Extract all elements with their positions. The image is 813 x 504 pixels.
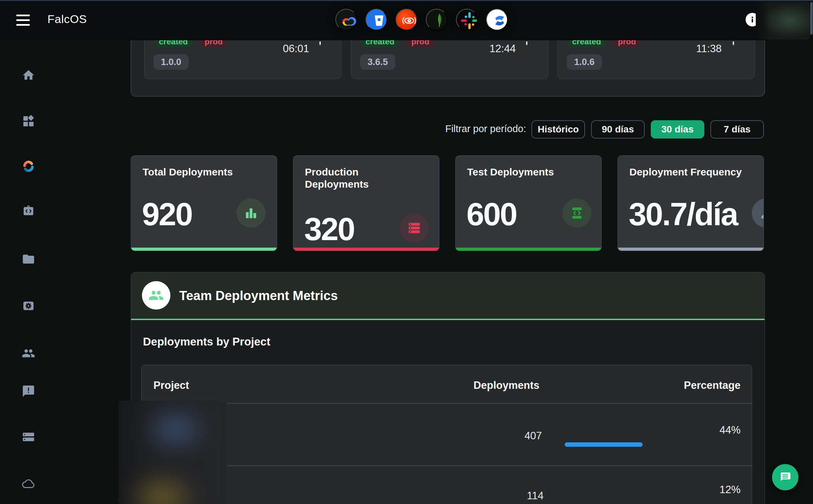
blurred-project-names — [119, 401, 227, 504]
clipped-icon-remnant — [733, 41, 734, 45]
stat-title: Production Deployments — [305, 166, 390, 190]
stat-card-total-deployments: Total Deployments 920 — [131, 155, 277, 251]
scrollbar-thumb[interactable] — [810, 2, 813, 35]
table-row[interactable] — [142, 404, 752, 465]
code-deploy-icon — [562, 198, 591, 228]
bar-chart-icon — [236, 198, 266, 228]
settings-box-icon — [22, 299, 35, 313]
falco-icon[interactable] — [396, 9, 417, 30]
stat-card-test-deployments: Test Deployments 600 — [455, 155, 602, 251]
person-icon — [752, 198, 764, 228]
stat-value: 30.7/día — [629, 198, 737, 230]
menu-button[interactable] — [16, 15, 30, 26]
falcos-dashboard: created prod 06:01 1.0.0 created prod 12… — [0, 0, 813, 504]
home-icon — [22, 68, 35, 82]
filter-button-30-dias[interactable]: 30 días — [651, 120, 704, 139]
widgets-icon — [22, 114, 35, 128]
google-cloud-icon[interactable] — [335, 9, 357, 30]
storage-icon — [22, 430, 35, 444]
confluence-icon[interactable] — [486, 9, 508, 30]
stat-accent-bar — [618, 248, 764, 251]
stat-value: 600 — [466, 198, 517, 230]
filter-button-90-dias[interactable]: 90 días — [591, 120, 645, 139]
column-header-project: Project — [153, 379, 189, 392]
code-box-icon — [22, 204, 35, 217]
filter-button-historico[interactable]: Histórico — [531, 120, 585, 139]
percentage-value: 12% — [720, 484, 741, 496]
deployment-time: 12:44 — [489, 43, 516, 55]
version-chip: 3.6.5 — [360, 54, 395, 70]
window-top-edge — [0, 0, 813, 1]
user-avatar-blurred[interactable] — [756, 2, 810, 40]
stat-title: Deployment Frequency — [629, 166, 742, 178]
stat-accent-bar — [293, 248, 439, 251]
feedback-icon — [22, 384, 35, 398]
sidebar-item-infrastructure[interactable] — [22, 430, 35, 444]
sidebar-item-cloud[interactable] — [22, 477, 35, 490]
folder-icon — [22, 252, 35, 266]
server-rack-icon — [400, 213, 429, 243]
stat-accent-bar — [456, 248, 601, 251]
stat-accent-bar — [131, 248, 277, 251]
stat-value: 920 — [142, 198, 192, 230]
clipped-icon-remnant — [319, 41, 321, 45]
version-chip: 1.0.6 — [567, 54, 602, 70]
deployments-progress-bar — [565, 442, 643, 447]
chat-bubble-icon — [778, 470, 792, 485]
stat-value: 320 — [304, 213, 354, 245]
team-metrics-header: Team Deployment Metrics — [131, 272, 765, 320]
version-chip: 1.0.0 — [153, 54, 189, 70]
cloud-icon — [22, 477, 35, 490]
period-filter-label: Filtrar por período: — [431, 123, 526, 134]
column-header-deployments: Deployments — [474, 379, 540, 392]
scrollbar[interactable] — [810, 0, 813, 504]
sidebar-item-teams[interactable] — [22, 346, 35, 360]
sidebar-item-releases[interactable] — [22, 204, 35, 217]
sidebar-item-feedback[interactable] — [22, 384, 35, 398]
slack-icon[interactable] — [456, 9, 478, 30]
deployments-count: 114 — [527, 490, 543, 502]
deployments-count: 407 — [524, 430, 542, 442]
stat-title: Test Deployments — [467, 166, 554, 178]
percentage-value: 44% — [720, 424, 741, 436]
chat-fab-button[interactable] — [772, 464, 798, 490]
mongodb-icon[interactable] — [426, 9, 447, 30]
stat-title: Total Deployments — [143, 166, 233, 178]
filter-button-7-dias[interactable]: 7 días — [710, 120, 764, 139]
team-icon — [142, 281, 170, 310]
sidebar-item-settings[interactable] — [22, 299, 35, 313]
table-row[interactable] — [142, 466, 752, 504]
deployments-by-project-title: Deployments by Project — [143, 335, 270, 348]
stat-card-deployment-frequency: Deployment Frequency 30.7/día — [618, 155, 764, 251]
column-header-percentage: Percentage — [684, 379, 741, 392]
people-icon — [22, 346, 35, 360]
clipped-icon-remnant — [526, 41, 527, 45]
sidebar-item-dashboard[interactable] — [22, 114, 35, 128]
sidebar-item-home[interactable] — [22, 68, 35, 82]
projects-table: Project Deployments Percentage 407 44% 1… — [141, 365, 752, 504]
deployment-time: 06:01 — [283, 43, 309, 55]
bitbucket-icon[interactable] — [366, 9, 387, 30]
top-bar: FalcOS — [0, 0, 813, 40]
stat-card-production-deployments: Production Deployments 320 — [293, 155, 439, 251]
team-metrics-title: Team Deployment Metrics — [179, 289, 338, 303]
deployment-time: 11:38 — [696, 43, 722, 55]
sidebar-item-deployments[interactable] — [21, 159, 36, 174]
app-title: FalcOS — [47, 13, 87, 26]
sidebar-item-projects[interactable] — [22, 252, 35, 266]
s-logo-icon — [21, 159, 36, 174]
